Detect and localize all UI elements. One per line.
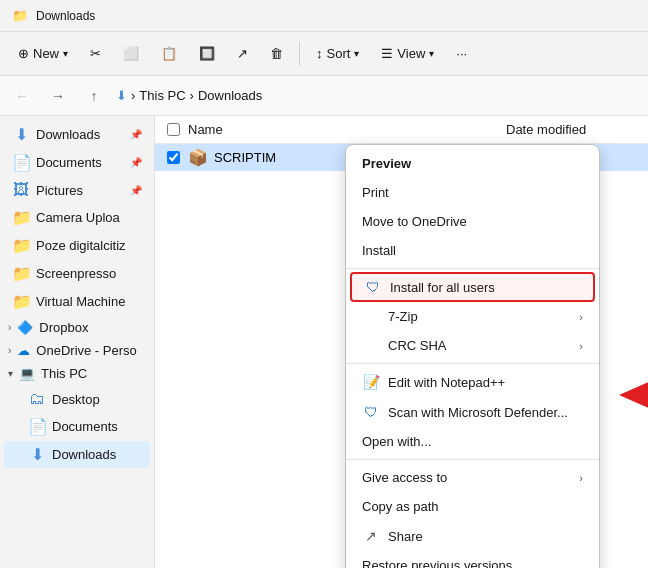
ctx-giveaccess[interactable]: Give access to ›: [346, 463, 599, 492]
delete-icon: 🗑: [270, 46, 283, 61]
sidebar-item-desktop[interactable]: 🗂 Desktop: [4, 386, 150, 412]
new-chevron: ▾: [63, 48, 68, 59]
ctx-preview[interactable]: Preview: [346, 149, 599, 178]
sidebar-label-camera: Camera Uploa: [36, 210, 120, 225]
sidebar-section-dropbox[interactable]: › 🔷 Dropbox: [0, 316, 154, 339]
sidebar-label-screenpresso: Screenpresso: [36, 266, 116, 281]
up-button[interactable]: ↑: [80, 82, 108, 110]
7zip-arrow: ›: [579, 311, 583, 323]
sort-button[interactable]: ↕ Sort ▾: [306, 41, 369, 66]
cut-button[interactable]: ✂: [80, 41, 111, 66]
ctx-restore-label: Restore previous versions: [362, 558, 512, 568]
thispc-icon: 💻: [19, 366, 35, 381]
ctx-share[interactable]: ↗ Share: [346, 521, 599, 551]
giveaccess-arrow: ›: [579, 472, 583, 484]
dropbox-icon: 🔷: [17, 320, 33, 335]
ctx-crc[interactable]: CRC SHA ›: [346, 331, 599, 360]
ctx-openwith[interactable]: Open with...: [346, 427, 599, 456]
onedrive-icon: ☁: [17, 343, 30, 358]
defender-icon: 🛡: [362, 404, 380, 420]
col-modified-header: Date modified: [506, 122, 636, 137]
screenpresso-icon: 📁: [12, 264, 30, 283]
ctx-share-label: Share: [388, 529, 423, 544]
ctx-copypath[interactable]: Copy as path: [346, 492, 599, 521]
ctx-print[interactable]: Print: [346, 178, 599, 207]
new-icon: ⊕: [18, 46, 29, 61]
camera-icon: 📁: [12, 208, 30, 227]
file-list: Name Date modified 📦 SCRIPTIM 8/5/2001 1…: [155, 116, 648, 568]
ctx-notepad[interactable]: 📝 Edit with Notepad++: [346, 367, 599, 397]
context-menu: Preview Print Move to OneDrive Install 🛡…: [345, 144, 600, 568]
ctx-move-onedrive[interactable]: Move to OneDrive: [346, 207, 599, 236]
back-button[interactable]: ←: [8, 82, 36, 110]
breadcrumb-thispc[interactable]: This PC: [139, 88, 185, 103]
sidebar-section-onedrive[interactable]: › ☁ OneDrive - Perso: [0, 339, 154, 362]
downloads2-icon: ⬇: [28, 445, 46, 464]
paste-icon: 📋: [161, 46, 177, 61]
view-chevron: ▾: [429, 48, 434, 59]
desktop-icon: 🗂: [28, 390, 46, 408]
sidebar-item-poze[interactable]: 📁 Poze digitalcitiz: [4, 232, 150, 259]
ctx-install-all[interactable]: 🛡 Install for all users: [350, 272, 595, 302]
sidebar-label-dropbox: Dropbox: [39, 320, 88, 335]
sidebar-item-pictures[interactable]: 🖼 Pictures 📌: [4, 177, 150, 203]
title-bar: 📁 Downloads: [0, 0, 648, 32]
pin-icon2: 📌: [130, 157, 142, 168]
rename-button[interactable]: 🔲: [189, 41, 225, 66]
sidebar-item-camera[interactable]: 📁 Camera Uploa: [4, 204, 150, 231]
title-icon: 📁: [12, 8, 28, 23]
breadcrumb-downloads[interactable]: Downloads: [198, 88, 262, 103]
file-checkbox[interactable]: [167, 151, 180, 164]
ctx-move-onedrive-label: Move to OneDrive: [362, 214, 467, 229]
dropbox-expand-icon: ›: [8, 322, 11, 333]
copy-button[interactable]: ⬜: [113, 41, 149, 66]
share-icon: ↗: [237, 46, 248, 61]
sidebar-item-downloads[interactable]: ⬇ Downloads 📌: [4, 121, 150, 148]
ctx-restore[interactable]: Restore previous versions: [346, 551, 599, 568]
copy-icon: ⬜: [123, 46, 139, 61]
sidebar-label-downloads2: Downloads: [52, 447, 116, 462]
ctx-defender[interactable]: 🛡 Scan with Microsoft Defender...: [346, 397, 599, 427]
breadcrumb-sep2: ›: [190, 88, 194, 103]
ctx-install-all-label: Install for all users: [390, 280, 495, 295]
new-button[interactable]: ⊕ New ▾: [8, 41, 78, 66]
sidebar-label-downloads: Downloads: [36, 127, 100, 142]
select-all-checkbox[interactable]: [167, 123, 180, 136]
sidebar-item-documents[interactable]: 📄 Documents 📌: [4, 149, 150, 176]
sidebar-label-onedrive: OneDrive - Perso: [36, 343, 136, 358]
paste-button[interactable]: 📋: [151, 41, 187, 66]
sidebar-item-screenpresso[interactable]: 📁 Screenpresso: [4, 260, 150, 287]
more-button[interactable]: ···: [446, 41, 477, 66]
ctx-preview-label: Preview: [362, 156, 411, 171]
file-list-header: Name Date modified: [155, 116, 648, 144]
sidebar-item-documents2[interactable]: 📄 Documents: [4, 413, 150, 440]
share-toolbar-button[interactable]: ↗: [227, 41, 258, 66]
ctx-install[interactable]: Install: [346, 236, 599, 265]
breadcrumb-sep1: ›: [131, 88, 135, 103]
sort-icon: ↕: [316, 46, 323, 61]
sidebar-label-virtual: Virtual Machine: [36, 294, 125, 309]
downloads-icon: ⬇: [12, 125, 30, 144]
forward-button[interactable]: →: [44, 82, 72, 110]
sort-chevron: ▾: [354, 48, 359, 59]
sidebar-section-thispc[interactable]: ▾ 💻 This PC: [0, 362, 154, 385]
onedrive-expand-icon: ›: [8, 345, 11, 356]
sidebar-item-virtual[interactable]: 📁 Virtual Machine: [4, 288, 150, 315]
ctx-install-label: Install: [362, 243, 396, 258]
sidebar-item-downloads2[interactable]: ⬇ Downloads: [4, 441, 150, 468]
ctx-print-label: Print: [362, 185, 389, 200]
col-name-header: Name: [188, 122, 506, 137]
pin-icon: 📌: [130, 129, 142, 140]
breadcrumb: ⬇ › This PC › Downloads: [116, 88, 262, 103]
delete-button[interactable]: 🗑: [260, 41, 293, 66]
view-button[interactable]: ☰ View ▾: [371, 41, 444, 66]
pin-icon3: 📌: [130, 185, 142, 196]
poze-icon: 📁: [12, 236, 30, 255]
ctx-defender-label: Scan with Microsoft Defender...: [388, 405, 568, 420]
ctx-7zip[interactable]: 7-Zip ›: [346, 302, 599, 331]
shield-icon: 🛡: [364, 279, 382, 295]
ctx-copypath-label: Copy as path: [362, 499, 439, 514]
sidebar-label-poze: Poze digitalcitiz: [36, 238, 126, 253]
notepad-icon: 📝: [362, 374, 380, 390]
ctx-7zip-label: 7-Zip: [388, 309, 418, 324]
